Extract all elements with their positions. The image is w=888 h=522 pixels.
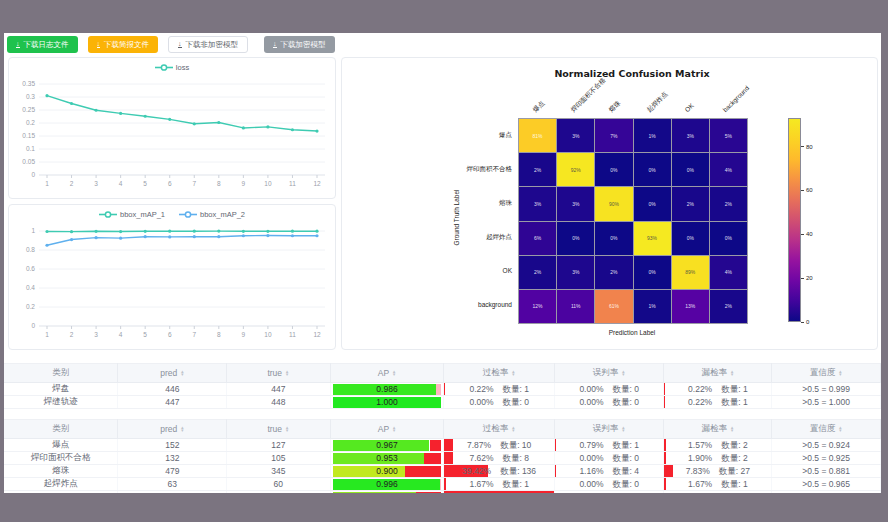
misjudge-rate: 0.00%数量: 0	[555, 478, 664, 490]
download-log-button[interactable]: ↓下载日志文件	[7, 36, 78, 53]
matrix-row-label: 爆点	[342, 118, 512, 152]
sort-icon[interactable]: ▲▼	[511, 426, 515, 432]
matrix-cell: 93%	[634, 222, 671, 255]
matrix-cell: 4%	[710, 256, 747, 289]
column-header-6[interactable]: 漏检率▲▼	[664, 364, 772, 383]
column-header-5[interactable]: 误判率▲▼	[554, 364, 664, 383]
legend-item[interactable]: loss	[155, 63, 189, 72]
rate-count: 数量: 8	[503, 452, 529, 464]
rate-text: 0.00%数量: 0	[555, 396, 664, 408]
sort-icon[interactable]: ▲▼	[730, 426, 734, 432]
sort-icon[interactable]: ▲▼	[180, 426, 184, 432]
rate-count: 数量: 117	[503, 491, 538, 493]
sort-icon[interactable]: ▲▼	[285, 426, 289, 432]
column-header-4[interactable]: 过检率▲▼	[444, 420, 554, 439]
download-icon: ↓	[16, 41, 20, 48]
colorbar-tick-label: 60	[806, 187, 813, 193]
rate-text: 117.00%数量: 117	[444, 491, 553, 493]
sort-icon[interactable]: ▲▼	[392, 426, 396, 432]
rate-count: 数量: 2	[721, 439, 747, 451]
column-header-3[interactable]: AP▲▼	[330, 420, 444, 439]
table-row: 熔珠4793450.90039.42%数量: 1361.16%数量: 47.83…	[4, 465, 881, 478]
rate-percent: 0.00%	[579, 383, 603, 395]
svg-text:12: 12	[313, 180, 321, 187]
download-encrypted-model-button[interactable]: ↓下载加密模型	[264, 36, 335, 53]
misjudge-rate: 0.00%数量: 0	[555, 491, 664, 493]
misjudge-rate: 1.16%数量: 4	[555, 465, 664, 477]
svg-text:9: 9	[242, 180, 246, 187]
ap-progress: 0.900	[333, 466, 442, 477]
matrix-cell: 1%	[634, 119, 671, 152]
button-label: 下载加密模型	[281, 37, 326, 52]
matrix-cell: 2%	[519, 153, 556, 186]
svg-text:2: 2	[70, 180, 74, 187]
rate-count: 数量: 1	[503, 478, 529, 490]
pred-cell: 447	[118, 396, 227, 409]
column-header-1[interactable]: pred▲▼	[118, 420, 227, 439]
sort-icon[interactable]: ▲▼	[285, 370, 289, 376]
rate-text: 1.16%数量: 4	[555, 465, 664, 477]
table-row: 焊盘4464470.9860.22%数量: 10.00%数量: 00.22%数量…	[4, 383, 881, 396]
svg-text:6: 6	[168, 180, 172, 187]
rate-count: 数量: 1	[503, 383, 529, 395]
matrix-x-axis-label: Prediction Label	[518, 329, 746, 336]
colorbar-tick-label: 0	[806, 319, 809, 325]
download-report-button[interactable]: ↓下载简报文件	[88, 36, 159, 53]
svg-text:6: 6	[168, 331, 172, 338]
column-header-5[interactable]: 误判率▲▼	[554, 420, 664, 439]
column-header-1[interactable]: pred▲▼	[118, 364, 227, 383]
rate-count: 数量: 0	[613, 491, 639, 493]
svg-text:2: 2	[70, 331, 74, 338]
column-header-3[interactable]: AP▲▼	[330, 364, 444, 383]
overdetect-rate: 1.67%数量: 1	[444, 478, 553, 490]
button-label: 下载简报文件	[104, 37, 149, 52]
legend-item[interactable]: bbox_mAP_1	[99, 210, 165, 219]
matrix-cell: 6%	[519, 222, 556, 255]
matrix-cell: 2%	[710, 187, 747, 220]
sort-icon[interactable]: ▲▼	[838, 426, 842, 432]
rate-percent: 7.62%	[469, 452, 493, 464]
column-header-4[interactable]: 过检率▲▼	[444, 364, 554, 383]
column-header-2[interactable]: true▲▼	[227, 364, 330, 383]
column-header-label: true	[267, 368, 282, 378]
screenshot-root: { "toolbar": { "buttons": [ {"label": "下…	[0, 0, 888, 522]
matrix-cell: 0%	[595, 153, 632, 186]
colorbar-tick-label: 80	[806, 144, 813, 150]
sort-icon[interactable]: ▲▼	[838, 370, 842, 376]
column-header-label: 漏检率	[702, 423, 728, 435]
rate-text: 0.22%数量: 1	[664, 383, 771, 395]
confidence-cell: >0.5 = 0.881	[772, 465, 881, 478]
svg-text:8: 8	[217, 331, 221, 338]
colorbar-tick-label: 20	[806, 275, 813, 281]
rate-percent: 0.00%	[579, 452, 603, 464]
column-header-2[interactable]: true▲▼	[227, 420, 330, 439]
pred-cell: 479	[118, 465, 227, 478]
ap-cell-td: 0.986	[330, 383, 444, 396]
sort-icon[interactable]: ▲▼	[730, 370, 734, 376]
rate-percent: 1.67%	[688, 478, 712, 490]
column-header-6[interactable]: 漏检率▲▼	[664, 420, 772, 439]
rate-percent: 39.42%	[462, 465, 491, 477]
table-header: 类别pred▲▼true▲▼AP▲▼过检率▲▼误判率▲▼漏检率▲▼置信度▲▼	[4, 420, 881, 439]
table-row: 焊缝轨迹4474481.0000.00%数量: 00.00%数量: 00.22%…	[4, 396, 881, 409]
legend-item[interactable]: bbox_mAP_2	[179, 210, 245, 219]
sort-icon[interactable]: ▲▼	[621, 370, 625, 376]
matrix-cell: 0%	[595, 222, 632, 255]
overdetect-cell: 7.62%数量: 8	[444, 452, 554, 465]
true-cell: 127	[227, 439, 330, 452]
legend-marker-icon	[155, 63, 173, 72]
download-unencrypted-model-button[interactable]: ↓下载非加密模型	[168, 36, 248, 53]
confusion-matrix-card: Normalized Confusion Matrix Ground Truth…	[341, 57, 878, 350]
category-cell: 熔珠	[4, 465, 118, 478]
rate-count: 数量: 1	[721, 478, 747, 490]
column-header-7[interactable]: 置信度▲▼	[772, 364, 881, 383]
sort-icon[interactable]: ▲▼	[511, 370, 515, 376]
matrix-row-label: 起焊炸点	[342, 220, 512, 254]
sort-icon[interactable]: ▲▼	[392, 370, 396, 376]
matrix-cell: 2%	[710, 290, 747, 323]
column-header-7[interactable]: 置信度▲▼	[772, 420, 881, 439]
sort-icon[interactable]: ▲▼	[621, 426, 625, 432]
sort-icon[interactable]: ▲▼	[180, 370, 184, 376]
missed-cell: 1.67%数量: 1	[664, 478, 772, 491]
rate-text: 0.00%数量: 0	[555, 491, 664, 493]
